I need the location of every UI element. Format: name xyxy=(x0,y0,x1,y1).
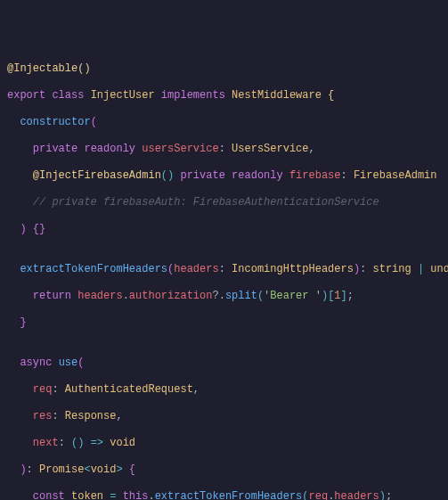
code-line: constructor( xyxy=(7,116,441,129)
code-line: next: () => void xyxy=(7,437,441,450)
code-line: // private firebaseAuth: FirebaseAuthent… xyxy=(7,196,441,209)
code-line: extractTokenFromHeaders(headers: Incomin… xyxy=(7,263,441,276)
decorator: @Injectable xyxy=(7,62,77,75)
code-line: async use( xyxy=(7,357,441,370)
code-line: } xyxy=(7,316,441,330)
code-line: const token = this.extractTokenFromHeade… xyxy=(7,490,441,500)
code-line: @Injectable() xyxy=(7,62,441,76)
code-line: private readonly usersService: UsersServ… xyxy=(7,143,441,156)
code-line: ) {} xyxy=(7,223,441,236)
code-line: export class InjectUser implements NestM… xyxy=(7,89,441,102)
code-line: ): Promise<void> { xyxy=(7,463,441,477)
code-line: res: Response, xyxy=(7,410,441,423)
comment: // private firebaseAuth: FirebaseAuthent… xyxy=(33,196,379,209)
code-line: return headers.authorization?.split('Bea… xyxy=(7,290,441,303)
code-line: req: AuthenticatedRequest, xyxy=(7,383,441,397)
code-line: @InjectFirebaseAdmin() private readonly … xyxy=(7,169,441,183)
code-editor[interactable]: @Injectable() export class InjectUser im… xyxy=(7,62,441,500)
